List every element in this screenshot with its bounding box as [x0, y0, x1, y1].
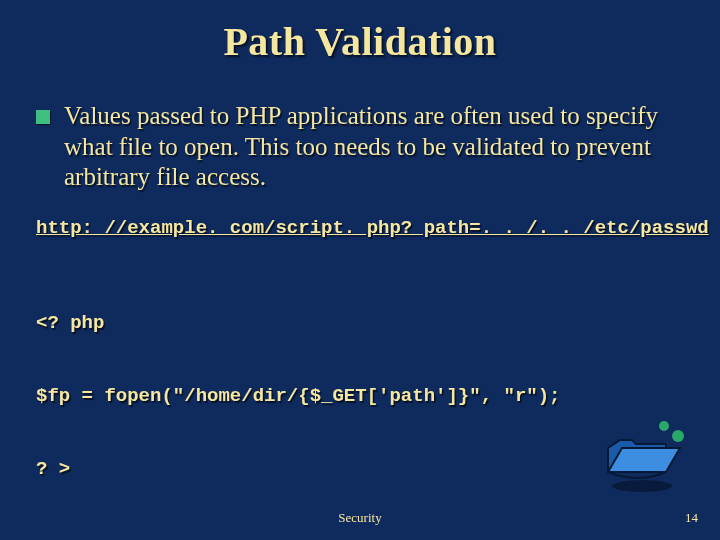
slide-title: Path Validation — [28, 18, 692, 65]
slide-number: 14 — [685, 510, 698, 526]
svg-point-0 — [659, 421, 669, 431]
code-line: ? > — [36, 457, 684, 481]
code-block: <? php $fp = fopen("/home/dir/{$_GET['pa… — [36, 263, 684, 530]
bullet-row: Values passed to PHP applications are of… — [36, 101, 684, 193]
bullet-text: Values passed to PHP applications are of… — [64, 101, 684, 193]
square-bullet-icon — [36, 110, 50, 124]
url-example: http: //example. com/script. php? path=.… — [36, 217, 684, 239]
folder-clipart-icon — [602, 414, 688, 496]
footer-center: Security — [0, 510, 720, 526]
svg-point-2 — [612, 480, 672, 492]
code-line: $fp = fopen("/home/dir/{$_GET['path']}",… — [36, 384, 684, 408]
svg-point-1 — [672, 430, 684, 442]
code-line: <? php — [36, 311, 684, 335]
slide: Path Validation Values passed to PHP app… — [0, 0, 720, 540]
